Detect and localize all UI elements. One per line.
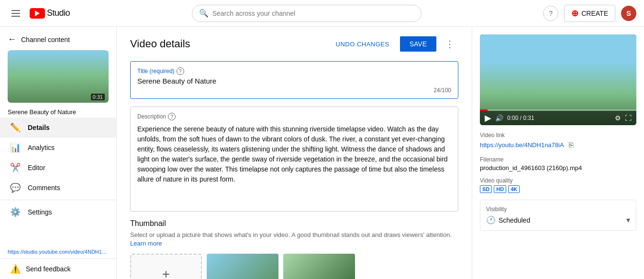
create-label: CREATE <box>581 10 608 17</box>
details-label: Details <box>28 124 50 131</box>
thumbnail-option-2[interactable] <box>283 254 355 279</box>
sidebar-thumbnail: 0:31 <box>8 50 109 103</box>
thumbnail-option-1[interactable] <box>207 254 278 279</box>
settings-icon: ⚙️ <box>10 207 21 217</box>
search-bar[interactable]: 🔍 <box>192 5 422 22</box>
title-field: Title (required) ? 24/100 <box>130 61 458 99</box>
filename-value: production_id_4961603 (2160p).mp4 <box>480 164 636 172</box>
youtube-logo-icon <box>30 8 45 19</box>
editor-icon: ✂️ <box>10 162 21 173</box>
feedback-icon: ⚠️ <box>10 264 21 274</box>
sidebar-item-settings[interactable]: ⚙️ Settings <box>0 202 116 222</box>
help-button[interactable]: ? <box>543 6 558 21</box>
video-quality-row: Video quality SD HD 4K <box>480 177 636 193</box>
sidebar-url: https://studio.youtube.com/video/4NDH1na… <box>0 245 116 258</box>
visibility-section[interactable]: Visibility 🕐 Scheduled ▾ <box>480 200 636 231</box>
title-input[interactable] <box>137 77 451 85</box>
page-actions: UNDO CHANGES SAVE ⋮ <box>330 36 459 52</box>
volume-icon[interactable]: 🔊 <box>495 114 503 122</box>
filename-label: Filename <box>480 156 636 163</box>
thumbnail-options: + <box>130 254 458 279</box>
page-header: Video details UNDO CHANGES SAVE ⋮ <box>130 36 458 52</box>
undo-changes-button[interactable]: UNDO CHANGES <box>330 37 395 52</box>
search-input[interactable] <box>212 10 414 17</box>
description-text: Experience the serene beauty of nature w… <box>137 124 451 184</box>
sidebar-back-button[interactable]: ← Channel content <box>0 27 116 50</box>
title-char-count: 24/100 <box>137 87 451 94</box>
quality-badge-sd[interactable]: SD <box>480 185 492 193</box>
logo[interactable]: Studio <box>30 8 70 19</box>
page-title: Video details <box>130 38 190 50</box>
visibility-value: 🕐 Scheduled ▾ <box>486 215 630 225</box>
topnav: Studio 🔍 ? ⊕ CREATE S <box>0 0 644 27</box>
sidebar: ← Channel content 0:31 Serene Beauty of … <box>0 27 117 279</box>
sidebar-item-analytics[interactable]: 📊 Analytics <box>0 138 116 158</box>
send-feedback-button[interactable]: ⚠️ Send feedback <box>0 258 116 279</box>
thumbnail-preview: 0:31 <box>8 50 109 103</box>
sidebar-video-title: Serene Beauty of Nature <box>0 108 116 118</box>
sidebar-item-comments[interactable]: 💬 Comments <box>0 178 116 198</box>
quality-badge-4k[interactable]: 4K <box>508 185 520 193</box>
quality-badge-hd[interactable]: HD <box>494 185 506 193</box>
analytics-label: Analytics <box>28 144 55 151</box>
save-button[interactable]: SAVE <box>400 36 436 52</box>
sidebar-nav: ✏️ Details 📊 Analytics ✂️ Editor 💬 Comme… <box>0 118 116 245</box>
description-help-icon[interactable]: ? <box>168 113 176 120</box>
thumbnail-preview-2 <box>283 254 355 279</box>
filename-row: Filename production_id_4961603 (2160p).m… <box>480 156 636 172</box>
learn-more-link[interactable]: Learn more <box>130 240 162 247</box>
sidebar-divider <box>0 200 116 200</box>
video-link[interactable]: https://youtu.be/4NDH1na78iA <box>480 141 564 149</box>
video-thumbnail: ▶ 🔊 0:00 / 0:31 ⚙ ⛶ <box>480 34 636 125</box>
more-options-button[interactable]: ⋮ <box>441 36 458 52</box>
description-label: Description ? <box>137 113 451 120</box>
description-field[interactable]: Description ? Experience the serene beau… <box>130 107 458 212</box>
feedback-label: Send feedback <box>26 265 70 273</box>
copy-link-button[interactable]: ⎘ <box>568 140 575 150</box>
visibility-text: Scheduled <box>499 216 530 224</box>
thumbnail-preview-1 <box>207 254 278 279</box>
search-icon: 🔍 <box>199 9 209 18</box>
chevron-down-icon[interactable]: ▾ <box>626 215 630 225</box>
video-link-label: Video link <box>480 132 636 139</box>
video-controls: ▶ 🔊 0:00 / 0:31 ⚙ ⛶ <box>480 111 636 125</box>
upload-icon: + <box>162 267 170 279</box>
settings-icon-video[interactable]: ⚙ <box>615 114 621 122</box>
menu-button[interactable] <box>8 6 24 21</box>
thumb-duration: 0:31 <box>91 94 105 100</box>
time-display: 0:00 / 0:31 <box>507 115 611 121</box>
comments-label: Comments <box>28 184 60 192</box>
comments-icon: 💬 <box>10 182 21 193</box>
title-label: Title (required) ? <box>137 67 451 75</box>
content-main: Video details UNDO CHANGES SAVE ⋮ Title … <box>117 27 472 279</box>
analytics-icon: 📊 <box>10 142 21 153</box>
details-icon: ✏️ <box>10 122 21 133</box>
right-panel: ▶ 🔊 0:00 / 0:31 ⚙ ⛶ Video link https://y… <box>472 27 644 279</box>
fullscreen-icon[interactable]: ⛶ <box>625 114 632 122</box>
back-label: Channel content <box>21 36 70 43</box>
sidebar-item-details[interactable]: ✏️ Details <box>0 118 116 138</box>
editor-label: Editor <box>28 164 45 172</box>
quality-badges: SD HD 4K <box>480 185 636 193</box>
create-button[interactable]: ⊕ CREATE <box>564 5 615 22</box>
title-help-icon[interactable]: ? <box>177 67 184 75</box>
studio-label: Studio <box>47 8 70 18</box>
sidebar-item-editor[interactable]: ✂️ Editor <box>0 158 116 178</box>
upload-thumbnail-button[interactable]: + <box>130 254 202 279</box>
video-link-row: Video link https://youtu.be/4NDH1na78iA … <box>480 132 636 150</box>
plus-icon: ⊕ <box>571 8 578 19</box>
thumbnail-description: Select or upload a picture that shows wh… <box>130 231 458 248</box>
video-preview: ▶ 🔊 0:00 / 0:31 ⚙ ⛶ <box>480 34 636 125</box>
back-arrow-icon: ← <box>8 34 16 44</box>
settings-label: Settings <box>28 208 52 216</box>
play-button[interactable]: ▶ <box>485 113 491 123</box>
thumbnail-title: Thumbnail <box>130 219 458 228</box>
thumbnail-section: Thumbnail Select or upload a picture tha… <box>130 219 458 279</box>
video-quality-label: Video quality <box>480 177 636 184</box>
clock-icon: 🕐 <box>486 215 496 225</box>
avatar[interactable]: S <box>621 6 636 21</box>
visibility-label: Visibility <box>486 206 630 213</box>
